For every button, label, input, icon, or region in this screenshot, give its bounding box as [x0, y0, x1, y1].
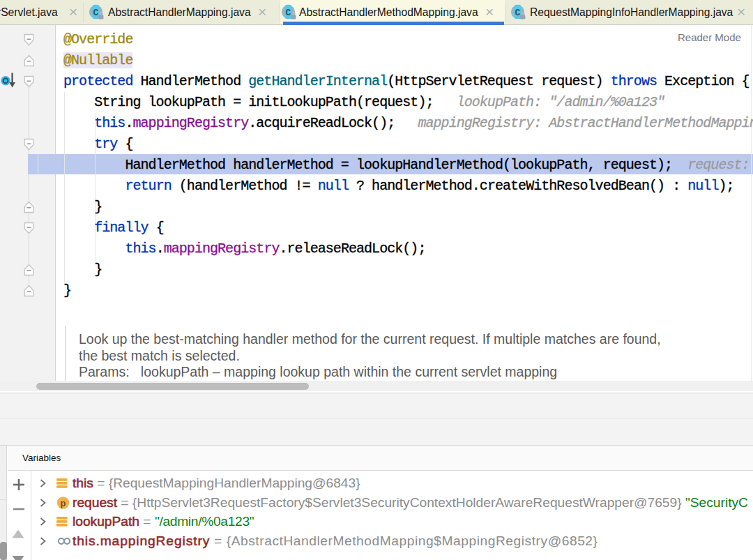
svg-text:p: p: [61, 497, 66, 508]
svg-text:C: C: [93, 8, 99, 18]
svg-text:C: C: [286, 8, 291, 18]
svg-text:C: C: [515, 8, 520, 18]
